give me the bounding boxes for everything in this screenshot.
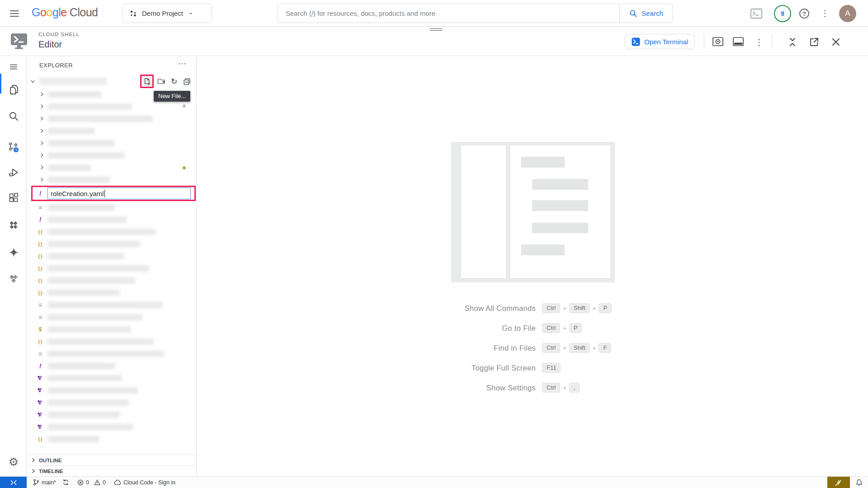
tree-file-row[interactable]: { } [27,225,196,238]
tree-folder-row[interactable] [27,137,196,149]
ellipsis-icon: ⋯ [178,59,186,68]
chevron-right-icon [40,165,44,170]
global-search: Search [277,4,673,23]
activity-bar: ⚙ [0,56,27,476]
tree-file-row[interactable]: { } [27,238,196,250]
open-in-new-window-button[interactable] [808,36,820,48]
tree-file-row[interactable] [27,408,196,421]
redacted-file-name [47,314,142,320]
tree-file-row[interactable]: { } [27,433,196,445]
tree-file-row[interactable]: ≡ [27,201,196,213]
minimize-panel-button[interactable] [787,36,798,48]
shortcut-keys: Ctrl + Shift + F [542,343,611,353]
cloud-code-view-button[interactable] [7,219,20,231]
main-menu-icon[interactable] [9,6,24,21]
close-panel-button[interactable] [830,36,842,48]
redacted-file-name [47,229,156,235]
cloud-code-label: Cloud Code - Sign in [123,479,175,486]
account-avatar[interactable]: A [839,5,856,22]
more-options-button[interactable]: ⋮ [818,6,832,21]
cloud-code-sign-in[interactable]: Cloud Code - Sign in [114,479,175,486]
tree-file-row[interactable]: ≡ [27,347,196,360]
chevron-down-icon [188,10,194,17]
new-folder-button[interactable] [156,76,166,86]
tree-folder-row[interactable] [27,161,196,174]
tree-file-row[interactable]: ! [27,360,196,372]
notifications-bell-button[interactable] [850,477,868,488]
run-debug-view-button[interactable] [7,166,20,178]
plus-sign: + [563,305,566,312]
redacted-file-name [47,436,99,442]
tree-file-row[interactable]: { } [27,335,196,347]
tree-file-row[interactable]: { } [27,286,196,299]
timeline-section-header[interactable]: TIMELINE [27,465,196,476]
tree-file-row[interactable]: { } [27,274,196,286]
keycap: Ctrl [542,303,560,313]
avatar-initial: A [845,9,850,18]
shortcut-row: Go to File Ctrl + P [377,318,612,338]
remote-indicator[interactable] [0,477,27,488]
explorer-more-actions-button[interactable]: ⋯ [178,59,186,69]
collapse-icon [788,37,797,47]
yaml-file-icon: ! [37,216,44,223]
explorer-view-button[interactable] [7,83,20,96]
sync-changes-button[interactable] [62,479,69,486]
refresh-button[interactable]: ↻ [169,76,179,86]
open-terminal-button[interactable]: Open Terminal [625,34,695,49]
logo-letter: o [46,6,52,19]
tree-folder-row[interactable] [27,125,196,137]
new-file-button[interactable] [142,76,152,86]
tree-folder-row[interactable] [27,100,196,113]
cloud-shell-icon[interactable] [749,6,764,21]
explorer-header: EXPLORER ⋯ [27,56,196,75]
active-view-indicator [0,74,1,94]
project-icon [129,9,137,18]
redacted-file-name [47,351,164,357]
search-input[interactable] [277,4,619,23]
tree-file-row[interactable] [27,421,196,433]
shortcut-label: Show All Commands [377,304,536,313]
tree-file-row[interactable]: { } [27,250,196,262]
tree-folder-row[interactable] [27,149,196,161]
tree-file-row[interactable] [27,384,196,396]
extensions-view-button[interactable] [7,192,20,204]
json-file-icon: { } [37,253,44,259]
settings-button[interactable]: ⚙ [7,455,20,468]
keycap: Ctrl [542,383,560,393]
help-button[interactable]: ? [797,6,812,21]
tree-file-row[interactable]: { } [27,262,196,274]
panel-drag-handle[interactable] [430,28,442,31]
search-button[interactable]: Search [619,4,673,23]
web-preview-button[interactable] [712,36,724,48]
project-selector[interactable]: Demo Project [123,4,212,23]
tree-file-row[interactable] [27,372,196,384]
tree-folder-row[interactable] [27,174,196,186]
collapse-all-icon [183,78,191,85]
toggle-panel-button[interactable] [732,36,744,48]
sidebar-menu-button[interactable] [7,61,20,73]
notifications-badge[interactable]: 9 [774,5,791,22]
search-view-button[interactable] [7,110,20,122]
keycap: F [599,343,611,353]
tree-folder-row[interactable] [27,113,196,125]
problems-status[interactable]: 0 0 [77,479,106,486]
placeholder-bar [532,223,588,233]
gemini-view-button[interactable] [7,246,20,258]
tree-file-row[interactable]: ≡ [27,299,196,311]
google-cloud-logo[interactable]: GoogleCloud [32,6,98,19]
git-branch-status[interactable]: main* [33,479,56,486]
outline-section-header[interactable]: OUTLINE [27,455,196,465]
collapse-all-button[interactable] [182,76,192,86]
terraform-view-button[interactable] [7,273,20,286]
shell-more-options-button[interactable]: ⋮ [753,36,765,48]
sync-disabled-indicator[interactable] [827,477,850,488]
tree-root-row[interactable]: ↻ [27,75,196,88]
gear-icon: ⚙ [9,456,19,468]
tree-file-row[interactable]: ≡ [27,311,196,323]
tree-file-row[interactable] [27,396,196,408]
source-control-view-button[interactable] [7,141,20,154]
logo-letter: G [32,6,40,19]
tree-file-row[interactable]: $ [27,323,196,335]
tree-file-row[interactable]: ! [27,213,196,225]
new-file-name-input[interactable]: roleCreation.yaml [47,188,191,199]
